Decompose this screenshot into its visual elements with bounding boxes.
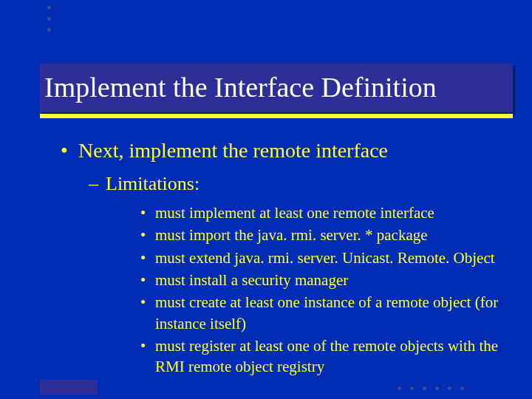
list-item-text: must extend java. rmi. server. Unicast. … — [155, 248, 495, 268]
level1-text: Next, implement the remote interface — [78, 139, 388, 163]
list-item: • must register at least one of the remo… — [140, 335, 510, 378]
list-item-text: must implement at least one remote inter… — [155, 202, 434, 223]
slide-title: Implement the Interface Definition — [40, 73, 437, 103]
level3-list: • must implement at least one remote int… — [140, 202, 510, 378]
list-item-text: must register at least one of the remote… — [155, 335, 510, 378]
decorative-dots-top-left — [47, 6, 51, 32]
bullet-dot-icon: • — [140, 202, 148, 223]
list-item-text: must create at least one instance of a r… — [155, 292, 510, 334]
bullet-dot-icon: • — [140, 335, 148, 378]
bullet-disc-icon: • — [59, 139, 69, 163]
title-underline — [40, 114, 513, 118]
bullet-dot-icon: • — [140, 270, 148, 290]
decorative-bar-bottom-left — [40, 380, 98, 395]
content-area: • Next, implement the remote interface –… — [59, 139, 510, 379]
list-item: • must implement at least one remote int… — [140, 202, 510, 223]
decorative-dots-bottom-right — [398, 386, 464, 390]
level1-item: • Next, implement the remote interface — [59, 139, 510, 163]
bullet-dot-icon: • — [140, 292, 148, 334]
bullet-dot-icon: • — [140, 225, 148, 245]
dash-icon: – — [89, 173, 98, 195]
level2-text: Limitations: — [106, 173, 200, 195]
list-item-text: must import the java. rmi. server. * pac… — [155, 225, 428, 245]
list-item: • must import the java. rmi. server. * p… — [140, 225, 510, 245]
bullet-dot-icon: • — [140, 248, 148, 268]
level2-item: – Limitations: — [89, 173, 510, 195]
list-item: • must install a security manager — [140, 270, 510, 290]
title-band: Implement the Interface Definition — [40, 64, 513, 112]
list-item-text: must install a security manager — [155, 270, 348, 290]
list-item: • must create at least one instance of a… — [140, 292, 510, 334]
list-item: • must extend java. rmi. server. Unicast… — [140, 248, 510, 268]
